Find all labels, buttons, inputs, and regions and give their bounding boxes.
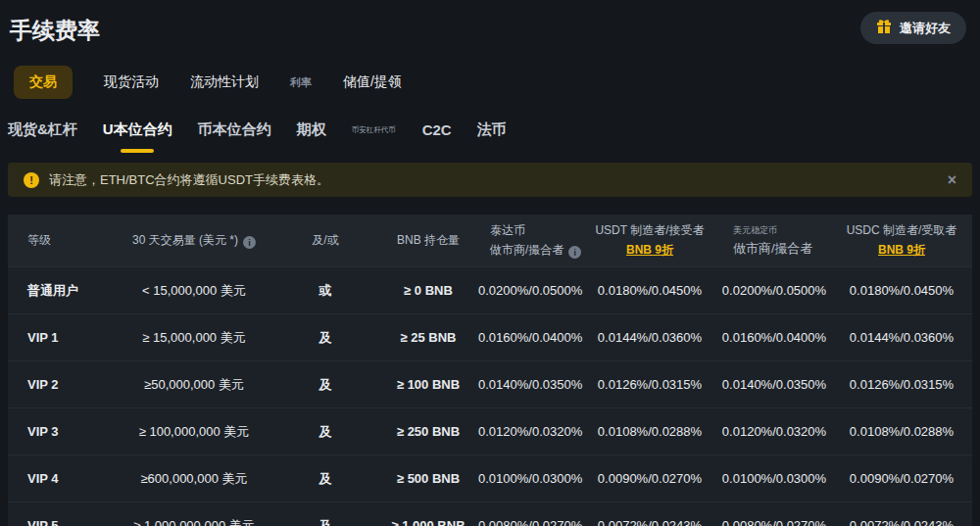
fee-table: 等级 30 天交易量 (美元 *)i 及/或 BNB 持仓量 泰达币 做市商/撮…: [8, 215, 972, 526]
header-usdc-bnb-discount: USDC 制造者/受取者 BNB 9折: [831, 222, 972, 259]
header-usdt-bnb-title: USDT 制造者/接受者: [582, 222, 717, 239]
tab-trade[interactable]: 交易: [14, 66, 73, 99]
table-row: VIP 4 ≥600,000,000 美元 及 ≥ 500 BNB 0.0100…: [8, 454, 972, 502]
header-usdc-maker-taker: 美元稳定币 做市商/撮合者: [717, 224, 831, 258]
usdt-fee-cell: 0.0200%/0.0500%: [478, 283, 582, 298]
info-icon[interactable]: i: [568, 246, 581, 259]
usdc-bnb-fee-cell: 0.0144%/0.0360%: [831, 330, 972, 345]
primary-tab-bar: 交易 现货活动 流动性计划 利率 储值/提领: [14, 66, 980, 99]
header-level: 等级: [8, 232, 116, 249]
tab-liquidity-plan[interactable]: 流动性计划: [190, 73, 259, 91]
info-icon[interactable]: i: [243, 236, 256, 249]
header-usdt-title: 泰达币: [490, 222, 582, 239]
table-row: VIP 3 ≥ 100,000,000 美元 及 ≥ 250 BNB 0.012…: [8, 407, 972, 454]
usdt-fee-cell: 0.0140%/0.0350%: [478, 377, 582, 392]
close-icon[interactable]: ×: [948, 171, 956, 189]
header-usdc-sub: 做市商/撮合者: [733, 241, 813, 256]
usdt-fee-cell: 0.0120%/0.0320%: [478, 424, 582, 439]
usdt-bnb-fee-cell: 0.0090%/0.0270%: [582, 471, 717, 486]
table-row: VIP 5 ≥ 1,000,000,000 美元 及 ≥ 1,000 BNB 0…: [8, 502, 972, 526]
usdt-bnb-fee-cell: 0.0108%/0.0288%: [582, 424, 717, 439]
usdc-bnb-fee-cell: 0.0072%/0.0243%: [831, 518, 972, 526]
table-header-row: 等级 30 天交易量 (美元 *)i 及/或 BNB 持仓量 泰达币 做市商/撮…: [8, 215, 972, 266]
bnb-cell: ≥ 0 BNB: [378, 283, 478, 298]
bnb-cell: ≥ 1,000 BNB: [378, 518, 478, 526]
level-cell: 普通用户: [8, 282, 116, 300]
usdt-fee-cell: 0.0100%/0.0300%: [478, 471, 582, 486]
volume-cell: ≥ 15,000,000 美元: [116, 329, 272, 347]
header-volume: 30 天交易量 (美元 *)i: [116, 232, 272, 250]
usdt-fee-cell: 0.0160%/0.0400%: [478, 330, 582, 345]
page-title: 手续费率: [10, 12, 100, 46]
table-row: VIP 1 ≥ 15,000,000 美元 及 ≥ 25 BNB 0.0160%…: [8, 313, 972, 360]
and-or-cell: 及: [272, 517, 378, 526]
usdc-fee-cell: 0.0120%/0.0320%: [717, 424, 831, 439]
tab-deposit-withdraw[interactable]: 储值/提领: [343, 73, 402, 91]
level-cell: VIP 1: [8, 330, 116, 345]
volume-cell: < 15,000,000 美元: [116, 282, 272, 300]
tab-usdm-futures-label: U本位合约: [103, 120, 172, 137]
header-usdt-sub: 做市商/撮合者: [490, 243, 564, 257]
bnb-discount-link[interactable]: BNB 9折: [878, 243, 925, 257]
secondary-tab-bar: 现货&杠杆 U本位合约 币本位合约 期权 币安杠杆代币 C2C 法币: [8, 120, 980, 141]
header-usdc-bnb-title: USDC 制造者/受取者: [831, 222, 972, 239]
level-cell: VIP 5: [8, 518, 116, 526]
bnb-cell: ≥ 25 BNB: [378, 330, 478, 345]
usdc-fee-cell: 0.0080%/0.0270%: [717, 518, 831, 526]
active-tab-underline: [121, 149, 154, 153]
bnb-cell: ≥ 100 BNB: [378, 377, 478, 392]
usdt-fee-cell: 0.0080%/0.0270%: [478, 518, 582, 526]
usdc-bnb-fee-cell: 0.0180%/0.0450%: [831, 283, 972, 298]
level-cell: VIP 2: [8, 377, 116, 392]
tab-spot-activity[interactable]: 现货活动: [104, 73, 159, 91]
usdc-bnb-fee-cell: 0.0090%/0.0270%: [831, 471, 972, 486]
usdt-bnb-fee-cell: 0.0072%/0.0243%: [582, 518, 717, 526]
tab-c2c[interactable]: C2C: [422, 121, 452, 140]
invite-friends-label: 邀请好友: [900, 20, 951, 37]
volume-cell: ≥50,000,000 美元: [116, 376, 272, 394]
notice-text: 请注意，ETH/BTC合约将遵循USDT手续费表格。: [49, 171, 329, 189]
header-bnb-balance: BNB 持仓量: [378, 232, 478, 249]
header-usdc-title: 美元稳定币: [733, 224, 831, 237]
and-or-cell: 及: [272, 470, 378, 488]
tab-fiat[interactable]: 法币: [477, 120, 507, 141]
gift-icon: [876, 19, 892, 37]
and-or-cell: 及: [272, 423, 378, 441]
notice-banner: ! 请注意，ETH/BTC合约将遵循USDT手续费表格。 ×: [8, 163, 972, 197]
tab-interest-rate[interactable]: 利率: [290, 75, 312, 90]
usdt-bnb-fee-cell: 0.0144%/0.0360%: [582, 330, 717, 345]
volume-cell: ≥600,000,000 美元: [116, 470, 272, 488]
usdc-fee-cell: 0.0160%/0.0400%: [717, 330, 831, 345]
tab-spot-margin[interactable]: 现货&杠杆: [8, 120, 77, 141]
usdc-fee-cell: 0.0200%/0.0500%: [717, 283, 831, 298]
bnb-cell: ≥ 250 BNB: [378, 424, 478, 439]
usdc-bnb-fee-cell: 0.0108%/0.0288%: [831, 424, 972, 439]
header-usdt-maker-taker: 泰达币 做市商/撮合者i: [478, 222, 582, 260]
header-volume-label: 30 天交易量 (美元 *): [132, 233, 238, 247]
bnb-discount-link[interactable]: BNB 9折: [626, 243, 673, 257]
tab-usdm-futures[interactable]: U本位合约: [103, 120, 172, 141]
tab-options[interactable]: 期权: [297, 120, 326, 141]
invite-friends-button[interactable]: 邀请好友: [860, 12, 966, 44]
warning-icon: !: [24, 172, 39, 188]
volume-cell: ≥ 1,000,000,000 美元: [116, 517, 272, 526]
table-row: VIP 2 ≥50,000,000 美元 及 ≥ 100 BNB 0.0140%…: [8, 360, 972, 407]
usdt-bnb-fee-cell: 0.0126%/0.0315%: [582, 377, 717, 392]
header-and-or: 及/或: [272, 232, 378, 249]
level-cell: VIP 3: [8, 424, 116, 439]
usdc-fee-cell: 0.0140%/0.0350%: [717, 377, 831, 392]
tab-leveraged-tokens[interactable]: 币安杠杆代币: [352, 125, 397, 136]
usdc-bnb-fee-cell: 0.0126%/0.0315%: [831, 377, 972, 392]
topbar: 手续费率 邀请好友: [0, 0, 980, 46]
and-or-cell: 或: [272, 282, 378, 300]
usdt-bnb-fee-cell: 0.0180%/0.0450%: [582, 283, 717, 298]
usdc-fee-cell: 0.0100%/0.0300%: [717, 471, 831, 486]
and-or-cell: 及: [272, 376, 378, 394]
volume-cell: ≥ 100,000,000 美元: [116, 423, 272, 441]
header-usdt-bnb-discount: USDT 制造者/接受者 BNB 9折: [582, 222, 717, 259]
bnb-cell: ≥ 500 BNB: [378, 471, 478, 486]
table-row: 普通用户 < 15,000,000 美元 或 ≥ 0 BNB 0.0200%/0…: [8, 266, 972, 313]
and-or-cell: 及: [272, 329, 378, 347]
tab-coinm-futures[interactable]: 币本位合约: [198, 120, 271, 141]
level-cell: VIP 4: [8, 471, 116, 486]
